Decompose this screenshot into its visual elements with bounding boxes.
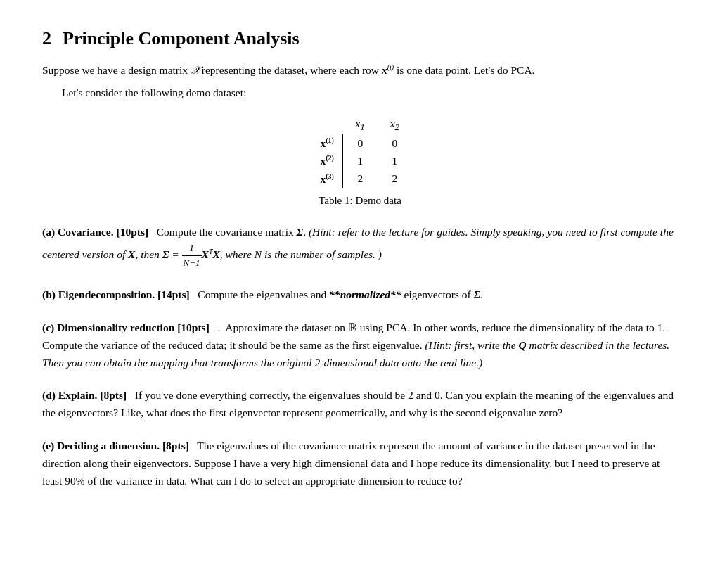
- part-c: (c) Dimensionality reduction [10pts] . A…: [42, 319, 678, 371]
- demo-table: x1 x2 x(1) 0 0 x(2) 1 1 x(3) 2 2: [307, 115, 412, 188]
- part-a: (a) Covariance. [10pts] Compute the cova…: [42, 224, 678, 271]
- part-b: (b) Eigendecomposition. [14pts] Compute …: [42, 286, 678, 304]
- part-e-pts: [8pts]: [162, 440, 189, 452]
- part-b-normalized: **normalized**: [329, 288, 401, 300]
- part-c-pts: [10pts]: [177, 321, 210, 333]
- math-sigma-b: Σ: [474, 288, 481, 300]
- part-b-label: (b) Eigendecomposition.: [42, 288, 155, 300]
- table-cell-2-1: 1: [342, 152, 377, 170]
- table-row: x(2) 1 1: [307, 152, 412, 170]
- section-heading: Principle Component Analysis: [63, 28, 300, 49]
- intro-demo-text: Let's consider the following demo datase…: [62, 84, 678, 101]
- part-d-pts: [8pts]: [100, 389, 127, 401]
- section-title: 2 Principle Component Analysis: [42, 28, 678, 49]
- part-e-label: (e) Deciding a dimension.: [42, 440, 160, 452]
- table-cell-1-2: 0: [378, 134, 412, 152]
- part-b-pts: [14pts]: [158, 288, 190, 300]
- part-a-label: (a) Covariance.: [42, 226, 114, 238]
- table-header-x1: x1: [342, 115, 377, 134]
- table-row-label-2: x(2): [307, 152, 342, 170]
- part-d-label: (d) Explain.: [42, 389, 97, 401]
- table-cell-3-1: 2: [342, 170, 377, 188]
- table-row-label-1: x(1): [307, 134, 342, 152]
- math-sigma-a: Σ: [297, 226, 304, 238]
- table-row-label-3: x(3): [307, 170, 342, 188]
- intro-paragraph: Suppose we have a design matrix 𝒳 repres…: [42, 62, 678, 79]
- table-row: x(1) 0 0: [307, 134, 412, 152]
- table-header-x2: x2: [378, 115, 412, 134]
- part-e: (e) Deciding a dimension. [8pts] The eig…: [42, 437, 678, 490]
- table-label-col: [307, 115, 342, 134]
- part-d: (d) Explain. [8pts] If you've done every…: [42, 387, 678, 422]
- table-cell-3-2: 2: [378, 170, 412, 188]
- table-cell-1-1: 0: [342, 134, 377, 152]
- demo-table-container: x1 x2 x(1) 0 0 x(2) 1 1 x(3) 2 2 Table 1…: [42, 115, 678, 207]
- section-number: 2: [42, 28, 51, 49]
- table-caption: Table 1: Demo data: [319, 195, 401, 207]
- part-a-pts: [10pts]: [116, 226, 148, 238]
- math-xi: x(i): [382, 64, 394, 76]
- part-c-hint: (Hint: first, write the Q matrix describ…: [42, 339, 669, 369]
- table-cell-2-2: 1: [378, 152, 412, 170]
- table-row: x(3) 2 2: [307, 170, 412, 188]
- part-c-label: (c) Dimensionality reduction: [42, 321, 174, 333]
- math-X: 𝒳: [191, 64, 199, 76]
